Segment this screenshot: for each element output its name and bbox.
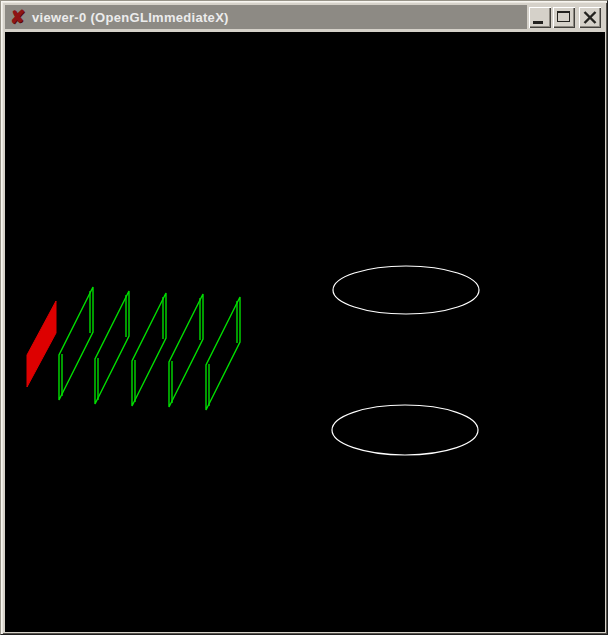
app-x-icon[interactable]: ✘ — [10, 8, 25, 26]
titlebar-title-area[interactable]: ✘ viewer-0 (OpenGLImmediateX) — [5, 5, 527, 29]
close-button[interactable] — [579, 7, 601, 28]
gl-canvas-svg — [5, 32, 605, 632]
red-quad — [27, 301, 56, 387]
maximize-icon — [557, 11, 570, 22]
minimize-button[interactable] — [529, 7, 551, 28]
green-quad-1 — [59, 287, 93, 400]
titlebar-button-area — [527, 5, 603, 29]
white-ellipse-2 — [332, 405, 478, 455]
viewer-window: ✘ viewer-0 (OpenGLImmediateX) — [0, 0, 608, 635]
close-icon — [583, 11, 597, 24]
maximize-button[interactable] — [553, 7, 575, 28]
white-ellipse-1 — [333, 266, 479, 314]
opengl-viewport[interactable] — [5, 32, 605, 632]
green-quad-5 — [206, 297, 240, 410]
green-quad-3 — [132, 293, 166, 406]
green-quad-2 — [95, 291, 129, 404]
green-quad-4 — [169, 294, 203, 407]
window-title: viewer-0 (OpenGLImmediateX) — [32, 10, 229, 25]
minimize-icon — [533, 21, 543, 24]
titlebar[interactable]: ✘ viewer-0 (OpenGLImmediateX) — [5, 5, 603, 29]
